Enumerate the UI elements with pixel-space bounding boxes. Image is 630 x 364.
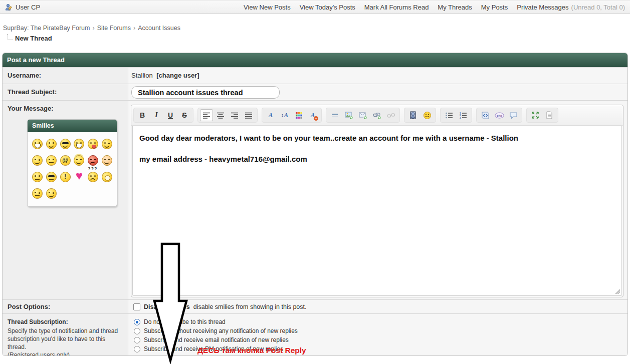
insert-php-button[interactable]: php — [493, 109, 506, 121]
align-group — [197, 108, 258, 123]
subscription-option-1-radio[interactable] — [134, 328, 140, 334]
svg-text:php: php — [497, 114, 502, 117]
idea-icon — [102, 172, 112, 182]
subscription-option-0-radio[interactable] — [134, 319, 140, 325]
smiley-blush[interactable] — [101, 155, 113, 166]
breadcrumb-separator: › — [92, 25, 94, 32]
insert-email-button[interactable] — [356, 109, 369, 121]
font-color-icon — [296, 112, 302, 119]
subscription-option-0-label: Do not subscribe to this thread — [144, 318, 226, 325]
grin-icon — [74, 139, 84, 149]
maximize-button[interactable] — [529, 109, 542, 121]
bold-button[interactable]: B — [136, 109, 149, 121]
thread-subscription-row: Thread Subscription: Specify the type of… — [3, 313, 627, 356]
blush-icon — [102, 155, 112, 166]
unlink-icon — [387, 111, 395, 120]
insert-link-icon — [373, 111, 381, 120]
subscription-option-row: Subscribe and receive email notification… — [134, 335, 622, 344]
breadcrumb-separator: › — [133, 25, 135, 32]
smiley-angry[interactable] — [87, 155, 99, 166]
breadcrumb-forum-root[interactable]: SuprBay: The PirateBay Forum — [3, 25, 90, 32]
insert-smiley-button[interactable] — [421, 109, 434, 121]
heart-icon — [74, 172, 84, 182]
strikethrough-button[interactable]: S — [178, 109, 191, 121]
thread-subscription-description: Specify the type of notification and thr… — [8, 327, 123, 351]
remove-format-icon: − — [314, 116, 318, 121]
thread-subject-label: Thread Subject: — [8, 88, 57, 96]
insert-image-button[interactable] — [342, 109, 355, 121]
unlink-button[interactable] — [384, 109, 397, 121]
media-group — [404, 108, 436, 123]
horizontal-rule-icon — [331, 111, 339, 119]
at-icon — [60, 155, 71, 166]
smiley-idea[interactable] — [101, 171, 113, 183]
align-center-button[interactable] — [214, 109, 227, 121]
subscription-option-row: Do not subscribe to this thread — [134, 317, 622, 326]
ordered-list-button[interactable]: 1 2 3 — [457, 109, 470, 121]
view-source-button[interactable] — [543, 109, 556, 121]
smiley-at[interactable] — [60, 155, 71, 166]
message-editor[interactable]: Good day dear moderators, I want to be o… — [132, 126, 622, 296]
thread-subscription-note: (Registered users only) — [8, 351, 123, 356]
smiley-big-grin[interactable] — [32, 138, 43, 150]
post-options-row: Post Options: Disable Smilies disable sm… — [3, 299, 627, 313]
breadcrumb-site-forums[interactable]: Site Forums — [97, 25, 131, 32]
change-user-link[interactable]: [change user] — [156, 72, 199, 79]
font-size-button[interactable]: ↕A — [278, 109, 291, 121]
my-posts-link[interactable]: My Posts — [481, 4, 508, 11]
smiley-cool[interactable] — [60, 138, 71, 150]
smiley-heart[interactable] — [73, 171, 85, 183]
breadcrumb-account-issues[interactable]: Account Issues — [138, 25, 180, 32]
message-line-1: Good day dear moderators, I want to be o… — [139, 133, 615, 143]
code-group: php — [476, 108, 522, 123]
view-todays-posts-link[interactable]: View Today's Posts — [300, 4, 355, 11]
disable-smilies-checkbox[interactable] — [133, 303, 140, 310]
view-new-posts-link[interactable]: View New Posts — [244, 4, 291, 11]
editor-resize-grip[interactable] — [614, 288, 620, 294]
user-cp-link[interactable]: User CP — [5, 4, 40, 11]
insert-group — [326, 108, 400, 123]
wink-icon — [102, 139, 112, 149]
insert-video-button[interactable] — [406, 109, 419, 121]
smiley-exclamation[interactable] — [60, 171, 71, 183]
subscription-option-2-radio[interactable] — [134, 337, 140, 343]
smiley-angel[interactable] — [73, 155, 85, 166]
smiley-tongue[interactable] — [87, 138, 99, 150]
tree-elbow-icon — [7, 34, 13, 40]
private-messages-link[interactable]: Private Messages — [517, 4, 568, 11]
align-left-button[interactable] — [200, 109, 213, 121]
smiley-sneaky[interactable] — [46, 171, 57, 183]
insert-image-icon — [345, 111, 353, 120]
remove-format-button[interactable]: A− — [306, 109, 319, 121]
dodgy-icon — [32, 172, 43, 182]
my-threads-link[interactable]: My Threads — [438, 4, 472, 11]
underline-button[interactable]: U — [164, 109, 177, 121]
smiley-wink[interactable] — [101, 138, 113, 150]
smiley-smile[interactable] — [46, 138, 57, 150]
maximize-icon — [531, 111, 539, 119]
smiley-smirk[interactable] — [46, 188, 57, 199]
insert-quote-button[interactable] — [507, 109, 520, 121]
subscription-option-1-label: Subscribe without receiving any notifica… — [144, 327, 298, 334]
smiley-sleepy[interactable] — [32, 188, 43, 199]
unordered-list-button[interactable] — [443, 109, 456, 121]
thread-subject-input[interactable] — [131, 86, 280, 99]
insert-code-button[interactable] — [479, 109, 492, 121]
topbar-links: View New Posts View Today's Posts Mark A… — [244, 4, 625, 11]
message-editor-container: B I U S — [131, 105, 623, 297]
smiley-grin[interactable] — [73, 138, 85, 150]
align-justify-button[interactable] — [242, 109, 255, 121]
smiley-undecided[interactable] — [46, 155, 57, 166]
smiley-rolleyes[interactable] — [32, 155, 43, 166]
italic-button[interactable]: I — [150, 109, 163, 121]
font-face-button[interactable]: A — [264, 109, 277, 121]
horizontal-rule-button[interactable] — [328, 109, 341, 121]
insert-link-button[interactable] — [370, 109, 383, 121]
smiley-dodgy[interactable] — [32, 171, 43, 183]
mark-all-forums-read-link[interactable]: Mark All Forums Read — [364, 4, 429, 11]
align-right-button[interactable] — [228, 109, 241, 121]
font-color-button[interactable] — [292, 109, 305, 121]
view-group — [526, 108, 558, 123]
smiley-huh[interactable] — [87, 171, 99, 183]
subscription-option-3-radio[interactable] — [134, 346, 140, 352]
